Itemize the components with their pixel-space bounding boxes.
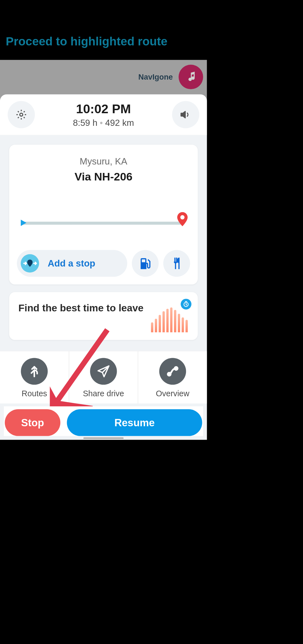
app-name-label: NavIgone xyxy=(138,73,173,81)
gas-station-button[interactable] xyxy=(132,250,159,277)
food-icon xyxy=(170,256,183,270)
best-time-card[interactable]: Find the best time to leave xyxy=(9,292,198,340)
eta-subline: 8:59 h•492 km xyxy=(73,117,134,128)
route-progress-track xyxy=(19,217,188,229)
eta-header: 10:02 PM 8:59 h•492 km xyxy=(0,94,207,135)
route-via-label: Via NH-206 xyxy=(17,170,190,183)
share-drive-button[interactable]: Share drive xyxy=(69,351,138,403)
instruction-bar: Proceed to highlighted route xyxy=(0,0,207,58)
svg-point-0 xyxy=(20,113,23,116)
routes-button[interactable]: Routes xyxy=(0,351,69,403)
sound-button[interactable] xyxy=(172,101,199,128)
add-stop-button[interactable]: Add a stop xyxy=(17,250,127,277)
eta-info[interactable]: 10:02 PM 8:59 h•492 km xyxy=(73,101,134,128)
action-row: Routes Share drive Overv xyxy=(0,351,207,404)
bottom-sheet: 10:02 PM 8:59 h•492 km Mysuru, KA Via NH… xyxy=(0,94,207,440)
instruction-text: Proceed to highlighted route xyxy=(6,34,201,48)
share-icon xyxy=(90,358,117,385)
overview-button[interactable]: Overview xyxy=(138,351,207,403)
trip-distance: 492 km xyxy=(105,118,134,128)
route-card[interactable]: Mysuru, KA Via NH-206 xyxy=(9,145,198,284)
resume-button[interactable]: Resume xyxy=(67,409,202,436)
traffic-graph-icon xyxy=(150,302,189,332)
fuel-icon xyxy=(138,256,152,270)
add-stop-icon xyxy=(21,254,39,273)
add-stop-label: Add a stop xyxy=(48,258,95,269)
trip-duration: 8:59 h xyxy=(73,118,97,128)
overview-label: Overview xyxy=(156,389,189,398)
settings-button[interactable] xyxy=(8,101,35,128)
stop-button[interactable]: Stop xyxy=(5,409,60,436)
destination-pin-icon xyxy=(177,212,188,227)
routes-icon xyxy=(21,358,48,385)
share-label: Share drive xyxy=(83,389,124,398)
music-icon xyxy=(185,71,197,83)
map-area[interactable]: NavIgone 10:02 PM 8:59 h•492 km xyxy=(0,60,207,440)
food-button[interactable] xyxy=(163,250,190,277)
clock-badge-icon xyxy=(181,299,191,309)
overview-icon xyxy=(159,358,186,385)
stop-label: Stop xyxy=(21,417,44,428)
music-button[interactable] xyxy=(179,65,203,89)
svg-point-1 xyxy=(180,215,185,219)
arrival-time: 10:02 PM xyxy=(73,101,134,116)
routes-label: Routes xyxy=(22,389,47,398)
current-position-icon xyxy=(19,218,28,228)
home-indicator xyxy=(83,437,123,439)
destination-label: Mysuru, KA xyxy=(17,156,190,167)
track-line xyxy=(23,222,183,225)
gear-icon xyxy=(16,109,27,120)
speaker-icon xyxy=(180,109,191,120)
best-time-title: Find the best time to leave xyxy=(19,302,146,314)
resume-label: Resume xyxy=(114,417,155,428)
